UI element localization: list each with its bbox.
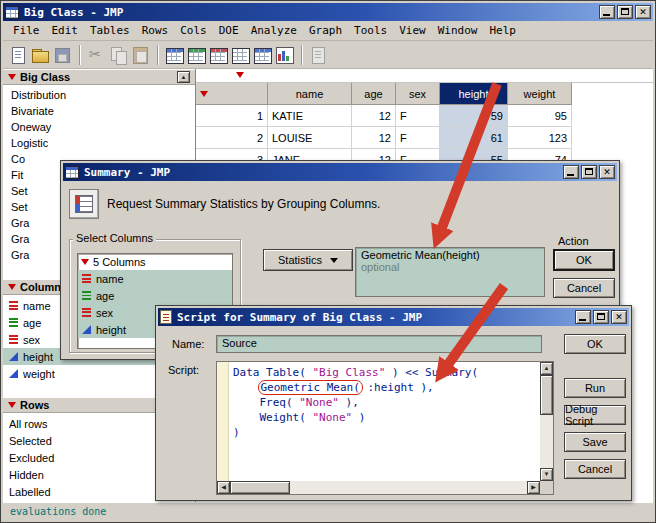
data-cell[interactable]: 95: [508, 105, 572, 127]
name-field[interactable]: Source: [216, 335, 542, 353]
scroll-down-icon[interactable]: ▼: [540, 468, 553, 481]
dialog-column-name[interactable]: name: [78, 270, 232, 287]
menu-window[interactable]: Window: [432, 22, 484, 39]
ok-button[interactable]: OK: [553, 249, 615, 271]
menu-edit[interactable]: Edit: [46, 22, 85, 39]
rows-panel-title: Rows: [20, 399, 49, 411]
sort-table-icon[interactable]: [208, 45, 228, 65]
data-cell[interactable]: 61: [440, 127, 508, 149]
panel-scroll-up-button[interactable]: ▲: [177, 71, 190, 83]
horizontal-scroll-thumb[interactable]: [230, 481, 290, 494]
jmp-data-table-icon: [5, 6, 19, 19]
menu-doe[interactable]: DOE: [213, 22, 245, 39]
vertical-scrollbar[interactable]: ▲ ▼: [540, 362, 553, 481]
paste-icon[interactable]: [130, 45, 150, 65]
rows-menu-red-triangle-icon[interactable]: [200, 91, 208, 97]
run-button[interactable]: Run: [564, 378, 626, 398]
table-panel-title: Big Class: [20, 71, 70, 83]
summary-table-icon[interactable]: [186, 45, 206, 65]
save-icon[interactable]: [52, 45, 72, 65]
horizontal-scrollbar[interactable]: ◀ ▶: [217, 481, 540, 494]
data-cell[interactable]: 59: [440, 105, 508, 127]
data-table-icon[interactable]: [164, 45, 184, 65]
ok-button[interactable]: OK: [564, 334, 626, 354]
grid-table-icon[interactable]: [252, 45, 272, 65]
column-label: age: [96, 290, 114, 302]
column-header-height[interactable]: height: [440, 83, 508, 105]
code-token: "None": [312, 411, 352, 424]
summary-dialog-title: Summary - JMP: [82, 166, 560, 179]
column-header-name[interactable]: name: [268, 83, 352, 105]
data-cell[interactable]: 123: [508, 127, 572, 149]
red-triangle-icon[interactable]: [8, 402, 16, 408]
menu-analyze[interactable]: Analyze: [245, 22, 303, 39]
cut-icon[interactable]: [86, 45, 106, 65]
row-number-cell[interactable]: 2: [196, 127, 268, 149]
menu-rows[interactable]: Rows: [136, 22, 175, 39]
red-triangle-icon[interactable]: [8, 74, 16, 80]
chart-icon[interactable]: [274, 45, 294, 65]
statistics-field[interactable]: Geometric Mean(height) optional: [355, 247, 545, 297]
menu-graph[interactable]: Graph: [303, 22, 348, 39]
dialog-column-age[interactable]: age: [78, 287, 232, 304]
cancel-button[interactable]: Cancel: [564, 459, 626, 479]
data-cell[interactable]: LOUISE: [268, 127, 352, 149]
red-triangle-icon[interactable]: [81, 259, 89, 265]
main-titlebar[interactable]: Big Class - JMP ✕: [3, 3, 653, 21]
column-header-sex[interactable]: sex: [396, 83, 440, 105]
maximize-button[interactable]: [617, 5, 633, 19]
open-folder-icon[interactable]: [30, 45, 50, 65]
script-editor[interactable]: Data Table( "Big Class" ) << Summary( Ge…: [216, 361, 554, 495]
save-button[interactable]: Save: [564, 432, 626, 452]
table-panel-header[interactable]: Big Class ▲: [3, 69, 195, 85]
scroll-left-icon[interactable]: ◀: [217, 481, 230, 494]
debug-script-button[interactable]: Debug Script: [564, 405, 626, 425]
maximize-button[interactable]: [581, 165, 597, 179]
menu-help[interactable]: Help: [483, 22, 522, 39]
minimize-button[interactable]: [575, 310, 591, 324]
data-cell[interactable]: 12: [352, 127, 396, 149]
menu-tools[interactable]: Tools: [348, 22, 393, 39]
data-cell[interactable]: F: [396, 105, 440, 127]
column-header-weight[interactable]: weight: [508, 83, 572, 105]
menu-view[interactable]: View: [393, 22, 432, 39]
script-code[interactable]: Data Table( "Big Class" ) << Summary( Ge…: [233, 365, 539, 480]
scroll-right-icon[interactable]: ▶: [527, 481, 540, 494]
column-header-age[interactable]: age: [352, 83, 396, 105]
statistics-button[interactable]: Statistics: [263, 249, 353, 271]
minimize-button[interactable]: [563, 165, 579, 179]
ordinal-column-icon: [82, 291, 91, 300]
maximize-button[interactable]: [593, 310, 609, 324]
data-cell[interactable]: 12: [352, 105, 396, 127]
data-cell[interactable]: KATIE: [268, 105, 352, 127]
analysis-item[interactable]: Distribution: [3, 87, 195, 103]
scroll-up-icon[interactable]: ▲: [540, 362, 553, 375]
vertical-scroll-thumb[interactable]: [540, 375, 553, 415]
close-button[interactable]: ✕: [611, 310, 627, 324]
analysis-item[interactable]: Oneway: [3, 119, 195, 135]
menu-file[interactable]: File: [7, 22, 46, 39]
nominal-column-icon: [9, 335, 18, 344]
column-label: height: [23, 351, 53, 363]
script-window-titlebar[interactable]: Script for Summary of Big Class - JMP ✕: [158, 308, 629, 326]
scrollbar-corner: [540, 481, 553, 494]
annotate-icon[interactable]: [308, 45, 328, 65]
analysis-item[interactable]: Logistic: [3, 135, 195, 151]
join-table-icon[interactable]: [230, 45, 250, 65]
script-label: Script:: [168, 364, 199, 376]
copy-icon[interactable]: [108, 45, 128, 65]
menu-cols[interactable]: Cols: [174, 22, 213, 39]
analysis-item[interactable]: Bivariate: [3, 103, 195, 119]
close-button[interactable]: ✕: [599, 165, 615, 179]
menu-tables[interactable]: Tables: [84, 22, 136, 39]
columns-menu-red-triangle-icon[interactable]: [236, 72, 244, 78]
new-doc-icon[interactable]: [8, 45, 28, 65]
minimize-button[interactable]: [599, 5, 615, 19]
summary-dialog-titlebar[interactable]: Summary - JMP ✕: [63, 163, 617, 181]
cancel-button[interactable]: Cancel: [553, 278, 615, 298]
data-cell[interactable]: F: [396, 127, 440, 149]
red-triangle-icon[interactable]: [8, 284, 16, 290]
table-corner-cell[interactable]: [196, 83, 268, 105]
close-button[interactable]: ✕: [635, 5, 651, 19]
row-number-cell[interactable]: 1: [196, 105, 268, 127]
